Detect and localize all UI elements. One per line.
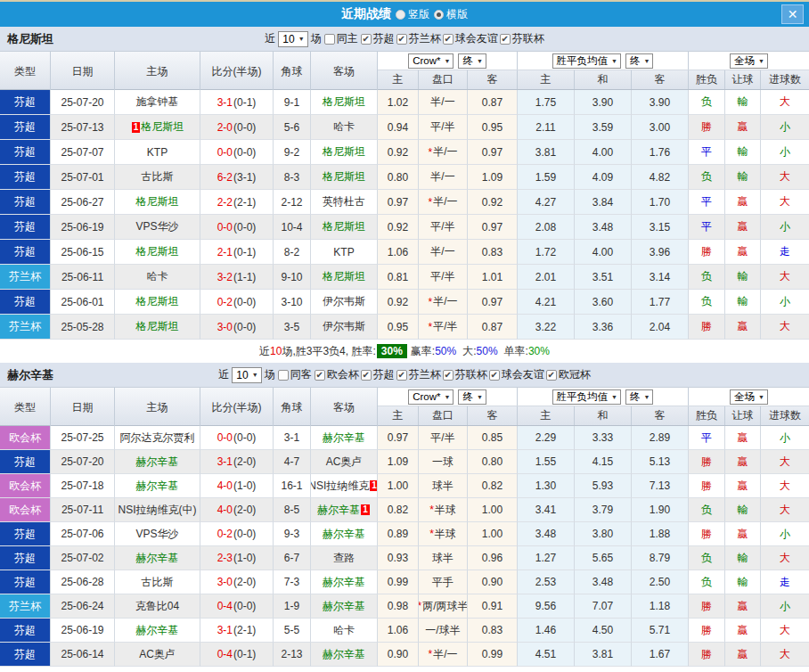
home-team[interactable]: VPS华沙 xyxy=(115,522,200,546)
home-team[interactable]: 格尼斯坦 xyxy=(115,290,200,315)
away-team[interactable]: 查路 xyxy=(311,546,378,570)
home-team[interactable]: 赫尔辛基 xyxy=(115,450,200,474)
odds-selector-row: Crow*▼ 终▼ 胜平负均值▼ 终▼ 全场▼ xyxy=(378,52,809,70)
league-filter-checkbox[interactable]: ✔芬联杯 xyxy=(500,31,544,46)
home-team[interactable]: 1格尼斯坦 xyxy=(115,115,200,140)
odds-source-select[interactable]: Crow*▼ xyxy=(408,389,454,405)
filter-row: 赫尔辛基 近 10▼ 场 同客 ✔欧会杯✔芬超✔芬兰杯✔芬联杯✔球会友谊✔欧冠杯 xyxy=(0,363,809,387)
handicap-result: 贏 xyxy=(725,115,761,140)
match-count-select[interactable]: 10▼ xyxy=(232,367,261,383)
home-team[interactable]: 格尼斯坦 xyxy=(115,315,200,340)
radio-horizontal-layout[interactable]: 横版 xyxy=(434,7,468,22)
home-team[interactable]: 古比斯 xyxy=(115,570,200,594)
avg-final-select[interactable]: 终▼ xyxy=(625,53,653,69)
corners: 8-3 xyxy=(274,165,311,190)
home-team[interactable]: 阿尔达克尔贾利 xyxy=(115,426,200,450)
avg-home-odds: 1.75 xyxy=(518,90,575,115)
avg-draw-odds: 4.00 xyxy=(575,240,632,265)
avg-away-odds: 1.77 xyxy=(632,290,689,315)
away-team[interactable]: 格尼斯坦 xyxy=(311,140,378,165)
chevron-down-icon: ▼ xyxy=(444,58,450,64)
away-team[interactable]: KTP xyxy=(311,240,378,265)
away-team[interactable]: 英特杜古 xyxy=(311,190,378,215)
home-team[interactable]: AC奥卢 xyxy=(115,643,200,667)
league-filter-checkbox[interactable]: ✔欧冠杯 xyxy=(546,367,591,382)
odds-away: 0.97 xyxy=(468,290,518,315)
home-team[interactable]: VPS华沙 xyxy=(115,215,200,240)
scope-select[interactable]: 全场▼ xyxy=(730,389,768,405)
league-filter-checkbox[interactable]: ✔芬兰杯 xyxy=(396,31,441,46)
avg-odds-select[interactable]: 胜平负均值▼ xyxy=(552,389,621,405)
handicap-line: 平/半 xyxy=(419,115,468,140)
radio-vertical-layout[interactable]: 竖版 xyxy=(396,7,429,22)
away-team[interactable]: 格尼斯坦 xyxy=(311,265,378,290)
home-team[interactable]: 格尼斯坦 xyxy=(115,190,200,215)
home-team[interactable]: 施拿钟基 xyxy=(115,90,200,115)
odds-home: 0.97 xyxy=(378,426,419,450)
away-team[interactable]: 赫尔辛基 xyxy=(311,570,378,594)
league-filter-checkbox[interactable]: ✔芬兰杯 xyxy=(396,367,441,382)
column-header-handicap-result: 让球 xyxy=(725,70,761,89)
odds-away: 0.83 xyxy=(468,240,518,265)
checkbox-checked-icon: ✔ xyxy=(443,370,454,381)
home-team[interactable]: 古比斯 xyxy=(115,165,200,190)
league-filter-checkbox[interactable]: ✔芬联杯 xyxy=(443,367,487,382)
match-date: 25-07-20 xyxy=(51,450,115,474)
scope-select[interactable]: 全场▼ xyxy=(730,53,768,69)
away-team[interactable]: 哈卡 xyxy=(311,115,378,140)
same-venue-checkbox[interactable]: 同主 xyxy=(324,31,358,46)
avg-away-odds: 1.67 xyxy=(632,643,689,667)
league-badge: 芬超 xyxy=(0,643,51,667)
league-badge: 芬兰杯 xyxy=(0,315,51,340)
avg-draw-odds: 3.51 xyxy=(575,265,632,290)
home-team[interactable]: 哈卡 xyxy=(115,265,200,290)
league-filter-checkbox[interactable]: ✔欧会杯 xyxy=(315,367,359,382)
home-team[interactable]: KTP xyxy=(115,140,200,165)
away-team[interactable]: 赫尔辛基1 xyxy=(311,498,378,522)
away-team[interactable]: NSI拉纳维克1 xyxy=(311,474,378,498)
league-filter-checkbox[interactable]: ✔球会友谊 xyxy=(443,31,498,46)
away-team[interactable]: 格尼斯坦 xyxy=(311,215,378,240)
avg-home-odds: 1.55 xyxy=(518,450,575,474)
odds-final-select[interactable]: 终▼ xyxy=(458,53,486,69)
score: 0-4(0-0) xyxy=(200,594,274,619)
match-date: 25-06-28 xyxy=(51,570,115,594)
home-team[interactable]: 格尼斯坦 xyxy=(115,240,200,265)
score: 0-0(0-0) xyxy=(200,215,274,240)
away-team[interactable]: 伊尔韦斯 xyxy=(311,315,378,340)
league-badge: 芬超 xyxy=(0,215,51,240)
same-venue-checkbox[interactable]: 同客 xyxy=(278,367,312,382)
away-team[interactable]: 格尼斯坦 xyxy=(311,90,378,115)
away-team[interactable]: 赫尔辛基 xyxy=(311,522,378,546)
home-team[interactable]: NSI拉纳维克(中) xyxy=(115,498,200,522)
home-team[interactable]: 赫尔辛基 xyxy=(115,546,200,570)
home-team[interactable]: 克鲁比04 xyxy=(115,594,200,619)
match-count-select[interactable]: 10▼ xyxy=(278,31,307,47)
odds-away: 0.90 xyxy=(468,570,518,594)
away-team[interactable]: 格尼斯坦 xyxy=(311,165,378,190)
checkbox-checked-icon: ✔ xyxy=(361,370,372,381)
away-team[interactable]: 哈卡 xyxy=(311,619,378,643)
avg-odds-select[interactable]: 胜平负均值▼ xyxy=(552,53,621,69)
league-filter-checkbox[interactable]: ✔芬超 xyxy=(361,31,395,46)
away-team[interactable]: 伊尔韦斯 xyxy=(311,290,378,315)
table-row: 芬超 25-07-20 施拿钟基 3-1(0-1) 9-1 格尼斯坦 1.02 … xyxy=(0,90,809,115)
score: 3-1(2-1) xyxy=(200,619,274,643)
corners: 6-7 xyxy=(274,546,311,570)
corners: 8-5 xyxy=(274,498,311,522)
away-team[interactable]: 赫尔辛基 xyxy=(311,643,378,667)
odds-source-select[interactable]: Crow*▼ xyxy=(408,53,454,69)
league-filter-checkbox[interactable]: ✔球会友谊 xyxy=(489,367,544,382)
home-team[interactable]: 赫尔辛基 xyxy=(115,619,200,643)
away-team[interactable]: AC奥卢 xyxy=(311,450,378,474)
avg-final-select[interactable]: 终▼ xyxy=(625,389,653,405)
odds-final-select[interactable]: 终▼ xyxy=(458,389,486,405)
away-team[interactable]: 赫尔辛基 xyxy=(311,426,378,450)
home-team[interactable]: 赫尔辛基 xyxy=(115,474,200,498)
avg-draw-odds: 3.80 xyxy=(575,522,632,546)
column-header-type: 类型 xyxy=(0,52,51,91)
close-button[interactable]: ✕ xyxy=(781,4,804,24)
away-team[interactable]: 赫尔辛基 xyxy=(311,594,378,619)
league-filter-checkbox[interactable]: ✔芬超 xyxy=(361,367,395,382)
odds-away: 1.01 xyxy=(468,265,518,290)
